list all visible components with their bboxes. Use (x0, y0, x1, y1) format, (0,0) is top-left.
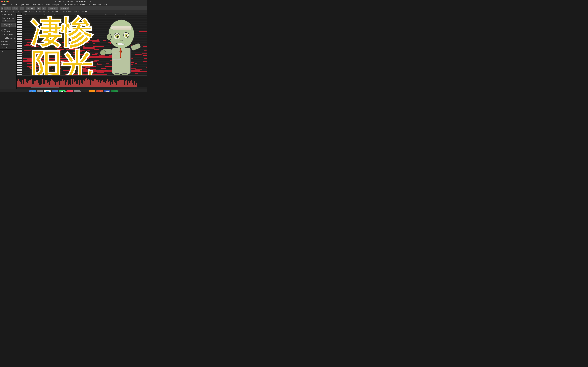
quantize-value[interactable]: 101 (20, 7, 24, 10)
svg-rect-20 (114, 73, 120, 75)
dock-launchpad[interactable]: ⊞ (37, 90, 43, 92)
global-tracks-row[interactable]: ▶ Global Tracks ≡ (0, 14, 17, 16)
menu-file[interactable]: File (9, 4, 12, 6)
svg-point-0 (108, 20, 134, 48)
ruler-mark-35: 35 (44, 14, 46, 15)
velocity-area: Velocity (17, 75, 147, 87)
expand-arrow: ▶ (1, 14, 2, 16)
svg-rect-16 (112, 48, 130, 74)
scrollbar-thumb[interactable] (31, 87, 60, 88)
channel-value: 1 (45, 11, 46, 12)
piano-roll: 33 35 36 38 39 41 42 43 C6C5C4C3C2C1 (17, 13, 147, 89)
menu-hub[interactable]: Hub (98, 4, 101, 6)
velocity-group: Velocity 110 (29, 11, 37, 12)
quantize-row[interactable]: ▶ Quantize Q (0, 40, 17, 42)
list-icon: ≡ (15, 14, 16, 16)
quantize-label: Quantize (2, 40, 9, 42)
menubar: Cubase File Edit Project Audio MIDI Scor… (0, 3, 147, 6)
tool-split[interactable]: ✂ (12, 7, 15, 10)
release-length-group: Release Length 0. 0. 0. 0 (74, 11, 90, 12)
note-expression-label: Note Expression (2, 29, 14, 32)
grid-type[interactable]: Grid (37, 7, 41, 10)
menu-project[interactable]: Project (19, 4, 24, 6)
settings-gear-icon[interactable]: ⚙ (1, 50, 4, 53)
menu-scores[interactable]: Scores (38, 4, 43, 6)
tool-select[interactable]: ◻ (0, 7, 3, 10)
menu-help[interactable]: 帮助 (103, 3, 107, 6)
toolbar: ◻ ✏ ⌫ ✂ ⊕ 101 Link to Grid Grid 1/16 Qua… (0, 6, 147, 10)
menu-studio[interactable]: Studio (61, 4, 66, 6)
grid-area[interactable]: 凄惨 阳光 (22, 16, 147, 75)
menu-window[interactable]: Window (80, 4, 86, 6)
dock-chrome[interactable]: 🌐 (44, 90, 51, 92)
svg-point-6 (118, 36, 118, 37)
global-tracks-label: Global Tracks (2, 14, 12, 16)
end-group: End 38. 1. 1. 0 (10, 11, 19, 12)
dock-mail[interactable]: ✉ (52, 90, 58, 92)
main-area: ▶ Global Tracks ≡ ▶ Expression Map ✕ No … (0, 13, 147, 89)
length-row[interactable]: ▶ Length L (0, 47, 17, 49)
menu-vstcloud[interactable]: VST Cloud (88, 4, 96, 6)
dock-music[interactable]: ♫ (67, 90, 73, 92)
instrument-name[interactable]: Full Strings (60, 7, 69, 10)
svg-point-19 (100, 50, 106, 55)
menu-transport[interactable]: Transport (52, 4, 60, 6)
menu-workspaces[interactable]: Workspaces (68, 4, 78, 6)
note-expression-row[interactable]: ▶ Note Expression ✕ (0, 29, 17, 33)
notes-layer (22, 16, 147, 75)
length-section: ▶ Length L (0, 46, 17, 50)
link-to-grid[interactable]: Link to Grid (26, 7, 35, 10)
svg-rect-1 (111, 26, 131, 29)
expression-map-row[interactable]: ▶ Expression Map ✕ (0, 17, 17, 19)
tool-draw[interactable]: ✏ (4, 7, 7, 10)
tool-glue[interactable]: ⊕ (15, 7, 18, 10)
svg-point-15 (107, 34, 111, 40)
quantize-length[interactable]: Quantize L... (48, 7, 58, 10)
release-length-value: 0. 0. 0. 0 (85, 11, 90, 12)
apple-menu[interactable]: 🍎 (7, 1, 9, 3)
menu-cubase[interactable]: Cubase (1, 4, 7, 6)
chord-editing-section: ▶ Chord Editing ☰ (0, 36, 17, 40)
ruler-mark-39: 39 (85, 14, 86, 15)
expression-map-setup-btn[interactable]: Expression Map Setup (1, 23, 16, 27)
close-button[interactable] (1, 1, 3, 2)
dock-extra3[interactable]: 🎮 (111, 90, 118, 92)
dock-cubase[interactable]: C (89, 90, 95, 92)
menu-midi[interactable]: MIDI (33, 4, 36, 6)
tool-erase[interactable]: ⌫ (8, 7, 11, 10)
svg-rect-12 (118, 43, 120, 45)
note-expression-section: ▶ Note Expression ✕ (0, 28, 17, 33)
svg-point-5 (117, 36, 119, 38)
horizontal-scrollbar[interactable] (17, 87, 147, 89)
grid-size[interactable]: 1/16 (42, 7, 46, 10)
dock-camera[interactable]: 📷 (81, 90, 88, 92)
expand-arrow-ce: ▶ (1, 37, 2, 39)
off-velocity-group: Off Velocity 64 (49, 11, 58, 12)
off-velocity-value: 64 (56, 11, 58, 12)
map-select[interactable]: No Map (2, 20, 15, 22)
dock-finder[interactable]: 🔍 (29, 90, 36, 92)
dock-settings[interactable]: ⚙ (74, 90, 80, 92)
traffic-lights (0, 1, 8, 2)
svg-rect-2 (113, 28, 131, 30)
expand-arrow-sa: ▶ (1, 34, 2, 35)
position-group: 37. 3. 1. 0 (1, 11, 8, 12)
minimize-button[interactable] (4, 1, 5, 2)
transpose-row[interactable]: ▶ Transpose T (0, 43, 17, 46)
dock-extra2[interactable]: 🎬 (104, 90, 110, 92)
expand-arrow-ne: ▶ (1, 30, 2, 31)
dock-extra1[interactable]: 🎸 (96, 90, 103, 92)
menu-media[interactable]: Media (45, 4, 50, 6)
x-icon-ne: ✕ (14, 30, 16, 31)
velocity-bars (17, 77, 147, 87)
menu-audio[interactable]: Audio (26, 4, 31, 6)
chord-editing-row[interactable]: ▶ Chord Editing ☰ (0, 37, 17, 39)
transpose-section: ▶ Transpose T (0, 43, 17, 46)
dock-messages[interactable]: 💬 (59, 90, 66, 92)
ruler: 33 35 36 38 39 41 42 43 (17, 13, 147, 16)
scale-assistant-row[interactable]: ▶ Scale Assistant ✕ (0, 33, 17, 36)
menu-edit[interactable]: Edit (14, 4, 17, 6)
keys-grid-area: C6C5C4C3C2C1 凄惨 阳光 (17, 16, 147, 75)
svg-point-8 (125, 34, 128, 37)
overlay-line1: 凄惨 (22, 16, 92, 48)
